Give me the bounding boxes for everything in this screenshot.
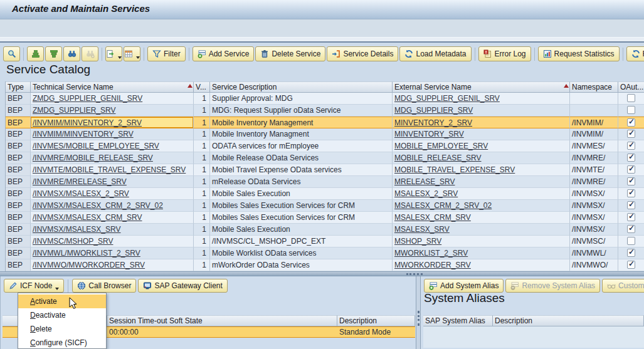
- oauth-checkbox[interactable]: [627, 213, 635, 221]
- delete-service-button[interactable]: Delete Service: [255, 46, 325, 61]
- external-service-link[interactable]: MOBILE_RELEASE_SRV: [394, 154, 482, 162]
- table-row[interactable]: BEPZMDG_SUPPLIER_SRV1MDG: Request Suppli…: [5, 105, 644, 117]
- technical-service-link[interactable]: /INVMIM/MINVENTORY_SRV: [33, 130, 134, 138]
- menu-item-configure-sicf[interactable]: Configure (SICF): [18, 336, 106, 349]
- external-service-link[interactable]: MSALESX_SRV: [394, 225, 450, 234]
- technical-service-link[interactable]: /INVMRE/MRELEASE_SRV: [33, 177, 127, 186]
- table-row[interactable]: BEP/INVMIM/MINVENTORY_2_SRV1Mobile Inven…: [5, 117, 644, 128]
- add-system-alias-button[interactable]: Add System Alias: [424, 279, 504, 293]
- technical-service-link[interactable]: /INVMSC/MSHOP_SRV: [33, 237, 113, 246]
- technical-service-link[interactable]: /INVMRE/MOBILE_RELEASE_SRV: [33, 154, 153, 162]
- sort-descending-icon: [50, 49, 58, 58]
- table-row[interactable]: BEP/INVMIM/MINVENTORY_SRV1Mobile Invento…: [5, 128, 644, 140]
- external-service-link[interactable]: MSALESX_CRM_SRV: [394, 213, 471, 222]
- external-service-link[interactable]: MSALESX_CRM_2_SRV_02: [394, 201, 492, 210]
- external-service-link[interactable]: MINVENTORY_SRV: [394, 130, 464, 138]
- table-row[interactable]: BEP/INVMRE/MRELEASE_SRV1mRelease OData S…: [5, 176, 644, 188]
- oauth-checkbox[interactable]: [627, 142, 635, 150]
- request-statistics-button[interactable]: Request Statistics: [538, 46, 620, 61]
- cell-type: BEP: [6, 105, 31, 117]
- menu-item-deactivate[interactable]: Deactivate: [18, 308, 106, 322]
- oauth-checkbox[interactable]: [627, 225, 635, 233]
- external-service-link[interactable]: MDG_SUPPLIER_GENIL_SRV: [394, 94, 500, 103]
- technical-service-link[interactable]: /INVMIM/MINVENTORY_2_SRV: [33, 118, 142, 127]
- table-row[interactable]: BEP/INVMSC/MSHOP_SRV1/INVMSC/CL_MSHOP_DP…: [5, 236, 644, 247]
- error-log-button[interactable]: Error Log: [478, 46, 531, 61]
- oauth-checkbox[interactable]: [627, 130, 635, 138]
- technical-service-link[interactable]: /INVMSX/MSALESX_CRM_2_SRV_02: [33, 201, 163, 210]
- technical-service-link[interactable]: /INVMSX/MSALESX_CRM_SRV: [33, 213, 142, 222]
- table-row[interactable]: BEP/INVMSX/MSALESX_CRM_2_SRV_021Mobiles …: [5, 200, 644, 212]
- column-header-alias-description[interactable]: Description: [493, 315, 644, 326]
- technical-service-link[interactable]: ZMDG_SUPPLIER_GENIL_SRV: [33, 94, 142, 103]
- oauth-checkbox[interactable]: [627, 165, 635, 174]
- column-header-type[interactable]: Type: [6, 81, 31, 93]
- technical-service-link[interactable]: /INVMES/MOBILE_EMPLOYEE_SRV: [33, 142, 159, 150]
- external-service-link[interactable]: MWORKLIST_2_SRV: [394, 249, 468, 258]
- menu-item-delete[interactable]: Delete: [18, 322, 106, 336]
- cell-service-description: mWorkOrder OData Services: [210, 259, 393, 271]
- oauth-checkbox[interactable]: [627, 177, 635, 185]
- table-row[interactable]: BEP/INVMSX/MSALESX_SRV1Mobile Sales Exec…: [5, 224, 644, 236]
- column-header-external-service-name[interactable]: External Service Name: [393, 81, 570, 93]
- column-header-v[interactable]: V...: [194, 81, 210, 93]
- sort-descending-button[interactable]: [45, 46, 62, 61]
- icf-node-button[interactable]: ICF Node: [4, 279, 64, 293]
- technical-service-link[interactable]: ZMDG_SUPPLIER_SRV: [33, 106, 116, 115]
- technical-service-link[interactable]: /INVMSX/MSALESX_2_SRV: [33, 189, 129, 198]
- oauth-checkbox[interactable]: [627, 249, 635, 257]
- menu-item-activate[interactable]: Activate: [18, 294, 106, 308]
- sap-gateway-client-button[interactable]: SAP Gateway Client: [138, 279, 228, 293]
- column-header-technical-service-name[interactable]: Technical Service Name: [31, 81, 194, 93]
- column-header-description[interactable]: Description: [337, 315, 415, 326]
- external-service-link[interactable]: MSALESX_2_SRV: [394, 189, 458, 198]
- oauth-checkbox[interactable]: [627, 106, 635, 114]
- load-metadata-button[interactable]: Load Metadata: [399, 46, 471, 61]
- technical-service-link[interactable]: /INVMTE/MOBILE_TRAVEL_EXPENSE_SRV: [33, 165, 186, 174]
- find-button[interactable]: [63, 46, 80, 61]
- table-row[interactable]: BEP/INVMSX/MSALESX_2_SRV1Mobile Sales Ex…: [5, 188, 644, 200]
- call-browser-button[interactable]: Call Browser: [72, 279, 136, 293]
- external-service-link[interactable]: MOBILE_EMPLOYEE_SRV: [394, 142, 488, 150]
- oauth-checkbox[interactable]: [627, 189, 635, 197]
- technical-service-link[interactable]: /INVMWO/MWORKORDER_SRV: [33, 261, 145, 269]
- column-header-sap-system-alias[interactable]: SAP System Alias: [423, 315, 493, 326]
- oauth-checkbox[interactable]: [627, 154, 635, 162]
- technical-service-link[interactable]: /INVMSX/MSALESX_SRV: [33, 225, 121, 234]
- oauth-checkbox[interactable]: [627, 201, 635, 209]
- table-layout-button[interactable]: [124, 46, 140, 61]
- add-service-button[interactable]: Add Service: [193, 46, 255, 61]
- oauth-checkbox[interactable]: [627, 118, 635, 127]
- table-row[interactable]: BEPZMDG_SUPPLIER_GENIL_SRV1Supplier Appr…: [5, 93, 644, 105]
- sort-ascending-button[interactable]: [27, 46, 44, 61]
- external-service-link[interactable]: MWORKORDER_SRV: [394, 261, 471, 269]
- external-service-link[interactable]: MSHOP_SRV: [394, 237, 441, 246]
- column-header-service-description[interactable]: Service Description: [210, 81, 393, 93]
- column-header-session-timeout-soft-state[interactable]: Session Time-out Soft State: [107, 315, 337, 326]
- horizontal-splitter[interactable]: [0, 271, 644, 276]
- splitter-handle-vertical[interactable]: [418, 311, 420, 326]
- external-service-link[interactable]: MOBILE_TRAVEL_EXPENSE_SRV: [394, 165, 515, 174]
- external-service-link[interactable]: MRELEASE_SRV: [394, 177, 455, 186]
- export-button[interactable]: [105, 46, 122, 61]
- refresh-cata-button[interactable]: Refresh Cata: [626, 46, 644, 61]
- display-magnifier-button[interactable]: [3, 46, 20, 61]
- table-row[interactable]: BEP/INVMES/MOBILE_EMPLOYEE_SRV1ODATA ser…: [5, 140, 644, 152]
- oauth-checkbox[interactable]: [627, 237, 635, 245]
- filter-button[interactable]: Filter: [147, 46, 186, 61]
- vertical-splitter[interactable]: [416, 276, 421, 349]
- column-header-namespace[interactable]: Namespace: [570, 81, 618, 93]
- technical-service-link[interactable]: /INVMWL/MWORKLIST_2_SRV: [33, 249, 140, 258]
- oauth-checkbox[interactable]: [627, 94, 635, 102]
- external-service-link[interactable]: MDG_SUPPLIER_SRV: [394, 106, 473, 115]
- table-row[interactable]: BEP/INVMWO/MWORKORDER_SRV1mWorkOrder ODa…: [5, 259, 644, 271]
- table-row[interactable]: BEP/INVMWL/MWORKLIST_2_SRV1Mobile Workli…: [5, 247, 644, 259]
- external-service-link[interactable]: MINVENTORY_2_SRV: [394, 118, 472, 127]
- table-row[interactable]: BEP/INVMSX/MSALESX_CRM_SRV1Mobiles Sales…: [5, 212, 644, 224]
- service-details-button[interactable]: Service Details: [327, 46, 398, 61]
- oauth-checkbox[interactable]: [627, 261, 635, 269]
- table-row[interactable]: BEP/INVMTE/MOBILE_TRAVEL_EXPENSE_SRV1Mob…: [5, 164, 644, 176]
- splitter-handle[interactable]: [406, 273, 423, 275]
- table-row[interactable]: BEP/INVMRE/MOBILE_RELEASE_SRV1Mobile Rel…: [5, 152, 644, 164]
- column-header-oaut[interactable]: OAut...: [618, 81, 644, 93]
